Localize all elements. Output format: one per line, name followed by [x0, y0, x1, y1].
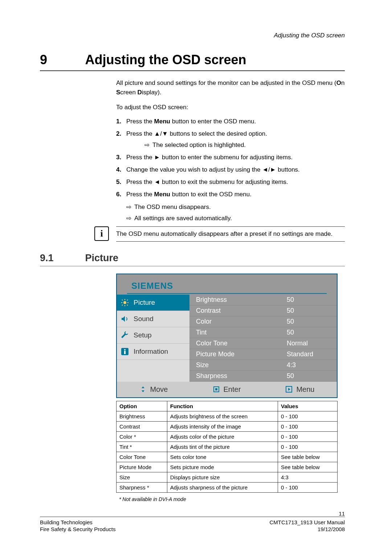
svg-line-8	[127, 300, 128, 300]
table-cell: 4:3	[278, 472, 338, 482]
table-cell: Size	[117, 472, 167, 482]
osd-footer-enter: Enter	[213, 385, 241, 394]
table-row: Picture ModeSets picture modeSee table b…	[117, 462, 338, 472]
table-cell: Adjusts tint of the picture	[167, 442, 278, 452]
osd-label: Tint	[196, 329, 287, 336]
osd-value: 50	[287, 296, 330, 304]
osd-tabs: Picture Sound Setup Information	[117, 295, 189, 382]
table-header: Option	[117, 401, 167, 411]
table-row: BrightnessAdjusts brightness of the scre…	[117, 411, 338, 421]
table-row: Color ToneSets color toneSee table below	[117, 452, 338, 462]
svg-line-7	[122, 305, 123, 305]
arrow-icon: ⇨	[126, 204, 131, 210]
osd-value: Normal	[287, 340, 330, 347]
table-cell: Sets color tone	[167, 452, 278, 462]
text-bold: S	[116, 89, 120, 96]
osd-value: Standard	[287, 350, 330, 358]
section-title: Adjusting the OSD screen	[85, 52, 246, 67]
svg-point-10	[124, 349, 126, 350]
text: Enter	[224, 385, 241, 394]
text-bold: D	[138, 89, 142, 96]
updown-icon	[139, 386, 147, 393]
osd-footer: Move Enter Menu	[117, 382, 337, 397]
text: isplay).	[142, 89, 162, 96]
osd-value: 50	[287, 307, 330, 315]
svg-rect-13	[215, 388, 217, 390]
table-cell: Adjusts brightness of the screen	[167, 411, 278, 421]
text: Press the ► button to enter the submenu …	[126, 154, 293, 161]
table-cell: Contrast	[117, 421, 167, 431]
arrow-icon: ⇨	[144, 141, 150, 148]
svg-line-5	[122, 300, 123, 300]
osd-row: Contrast50	[189, 305, 337, 316]
step-5: Press the ◄ button to exit the submenu f…	[116, 178, 345, 186]
osd-tab-picture: Picture	[117, 295, 189, 311]
table-cell: Color Tone	[117, 452, 167, 462]
info-icon-wrap: i	[94, 226, 109, 241]
arrow-icon: ⇨	[126, 215, 131, 222]
table-cell: Adjusts color of the picture	[167, 431, 278, 442]
text: Change the value you wish to adjust by u…	[126, 166, 300, 173]
text: button to exit the OSD menu.	[170, 191, 252, 198]
tab-label: Sound	[134, 315, 154, 323]
text: Move	[150, 385, 168, 394]
osd-row: Size 4:3	[189, 360, 337, 371]
svg-point-0	[123, 301, 126, 304]
svg-rect-11	[124, 351, 126, 354]
osd-label: Color	[196, 318, 287, 325]
osd-label: Sharpness	[196, 372, 287, 380]
note-box: The OSD menu automatically disappears af…	[116, 226, 345, 242]
tab-label: Information	[134, 348, 168, 356]
step-2: Press the ▲/▼ buttons to select the desi…	[116, 130, 345, 149]
table-cell: Tint *	[117, 442, 167, 452]
table-cell: See table below	[278, 452, 338, 462]
table-header: Function	[167, 401, 278, 411]
table-row: ContrastAdjusts intensity of the image0 …	[117, 421, 338, 431]
footer-right-1: CMTC1713_1913 User Manual	[269, 519, 345, 525]
note-text: The OSD menu automatically disappears af…	[116, 230, 332, 238]
table-cell: 0 - 100	[278, 431, 338, 442]
footnote: * Not available in DVI-A mode	[119, 496, 345, 502]
osd-tab-sound: Sound	[117, 311, 189, 327]
text: Menu	[296, 385, 314, 394]
siemens-logo: SIEMENS	[117, 281, 337, 291]
table-cell: 0 - 100	[278, 442, 338, 452]
table-cell: 0 - 100	[278, 421, 338, 431]
table-cell: Sets picture mode	[167, 462, 278, 472]
section-heading-row: 9 Adjusting the OSD screen	[40, 52, 345, 67]
osd-screenshot: SIEMENS Picture Sound Setup I	[116, 274, 338, 398]
table-row: SizeDisplays picture size4:3	[117, 472, 338, 482]
step-3: Press the ► button to enter the submenu …	[116, 154, 345, 161]
step-4: Change the value you wish to adjust by u…	[116, 166, 345, 173]
tab-label: Picture	[134, 299, 155, 307]
section-number: 9	[40, 52, 83, 67]
osd-submenu: Brightness50 Contrast50 Color50 Tint50 C…	[189, 295, 337, 382]
table-cell: Adjusts intensity of the image	[167, 421, 278, 431]
table-row: Tint *Adjusts tint of the picture0 - 100	[117, 442, 338, 452]
intro-paragraph-2: To adjust the OSD screen:	[116, 103, 345, 112]
divider	[40, 266, 345, 266]
table-cell: Sharpness *	[117, 482, 167, 492]
menu-arrow-icon	[285, 386, 293, 393]
table-cell: Color *	[117, 431, 167, 442]
running-header: Adjusting the OSD screen	[40, 32, 345, 39]
footer-left-1: Building Technologies	[40, 519, 93, 525]
text: creen	[120, 89, 137, 96]
brightness-icon	[120, 297, 130, 308]
osd-row: Color ToneNormal	[189, 338, 337, 349]
text: The OSD menu disappears.	[134, 204, 211, 210]
subsection-title: Picture	[85, 253, 118, 264]
subsection-number: 9.1	[40, 253, 83, 264]
text: All picture and sound settings for the m…	[116, 79, 336, 86]
table-cell: Picture Mode	[117, 462, 167, 472]
text: Press the ◄ button to exit the submenu f…	[126, 178, 288, 185]
text: Press the	[126, 191, 154, 198]
text: All settings are saved automatically.	[134, 215, 232, 222]
table-cell: Adjusts sharpness of the picture	[167, 482, 278, 492]
table-header: Values	[278, 401, 338, 411]
steps-list: Press the Menu button to enter the OSD m…	[116, 118, 345, 198]
text-bold: Menu	[154, 118, 170, 125]
footer-left-2: Fire Safety & Security Products	[40, 526, 115, 532]
footer-right-2: 19/12/2008	[318, 526, 345, 532]
enter-icon	[213, 386, 220, 393]
